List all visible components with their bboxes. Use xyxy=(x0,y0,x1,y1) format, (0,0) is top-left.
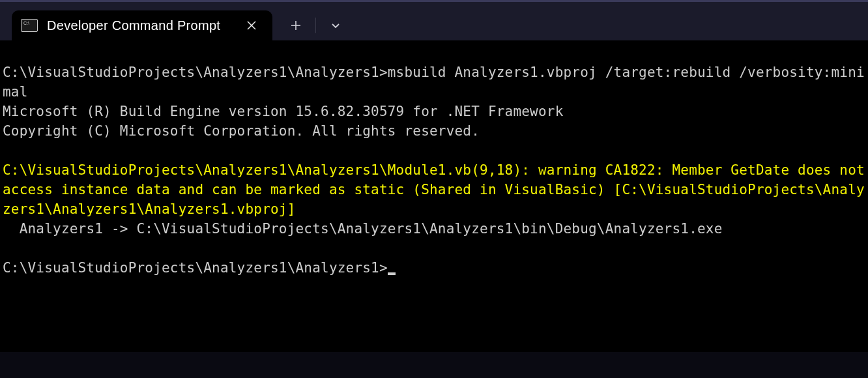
cursor xyxy=(388,272,396,275)
divider xyxy=(315,18,316,33)
command-prompt-icon: C:\ xyxy=(21,19,38,32)
build-output-line: Analyzers1 -> C:\VisualStudioProjects\An… xyxy=(3,219,865,239)
terminal-output[interactable]: C:\VisualStudioProjects\Analyzers1\Analy… xyxy=(0,40,868,352)
prompt-path: C:\VisualStudioProjects\Analyzers1\Analy… xyxy=(3,65,388,80)
tab-actions xyxy=(272,10,351,40)
close-icon xyxy=(246,20,257,31)
active-tab[interactable]: C:\ Developer Command Prompt xyxy=(12,10,272,40)
warning-line: C:\VisualStudioProjects\Analyzers1\Analy… xyxy=(3,160,865,219)
bottom-strip xyxy=(0,352,868,378)
chevron-down-icon xyxy=(330,20,341,31)
new-tab-button[interactable] xyxy=(280,14,311,37)
tab-bar: C:\ Developer Command Prompt xyxy=(0,0,868,40)
close-tab-button[interactable] xyxy=(241,18,262,33)
copyright-line: Copyright (C) Microsoft Corporation. All… xyxy=(3,121,865,141)
prompt-path: C:\VisualStudioProjects\Analyzers1\Analy… xyxy=(3,260,388,276)
build-engine-line: Microsoft (R) Build Engine version 15.6.… xyxy=(3,102,865,121)
plus-icon xyxy=(291,20,301,31)
tab-title: Developer Command Prompt xyxy=(47,18,232,33)
tab-dropdown-button[interactable] xyxy=(320,14,351,37)
